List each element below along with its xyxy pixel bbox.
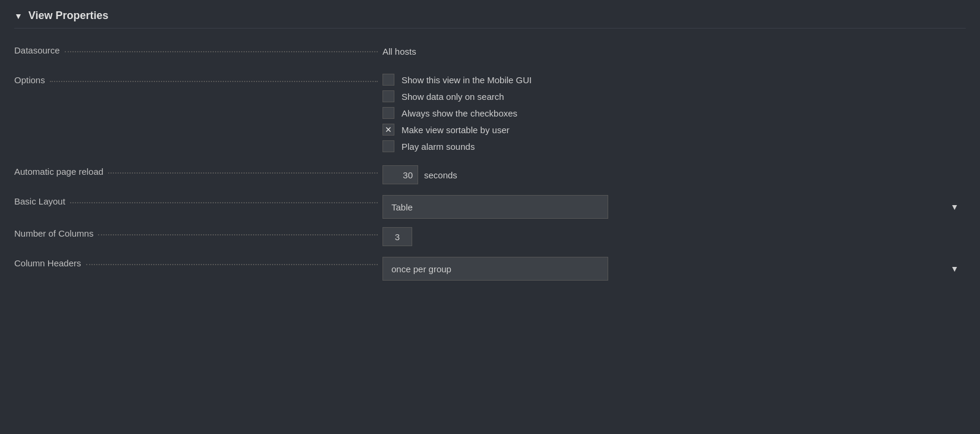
column-headers-label: Column Headers bbox=[14, 258, 81, 268]
num-columns-label-area: Number of Columns bbox=[14, 225, 382, 238]
num-columns-label: Number of Columns bbox=[14, 228, 93, 238]
dotted-separator bbox=[98, 234, 378, 235]
view-properties-panel: ▼ View Properties Datasource All hosts O… bbox=[0, 0, 980, 301]
column-headers-select[interactable]: once per group always never bbox=[382, 257, 608, 281]
options-label: Options bbox=[14, 75, 45, 85]
datasource-label: Datasource bbox=[14, 45, 60, 55]
datasource-label-area: Datasource bbox=[14, 42, 382, 55]
option-sortable-row: ✕ Make view sortable by user bbox=[382, 124, 966, 136]
column-headers-select-wrapper: once per group always never ▼ bbox=[382, 257, 966, 281]
dotted-separator bbox=[108, 172, 378, 174]
option-alarm-sounds-checkbox[interactable] bbox=[382, 140, 394, 152]
option-mobile-gui-row: Show this view in the Mobile GUI bbox=[382, 74, 966, 86]
auto-reload-input[interactable] bbox=[382, 165, 418, 184]
datasource-value: All hosts bbox=[382, 44, 966, 56]
basic-layout-label-area: Basic Layout bbox=[14, 193, 382, 206]
column-headers-label-area: Column Headers bbox=[14, 254, 382, 268]
dotted-separator bbox=[50, 81, 378, 82]
column-headers-content: once per group always never ▼ bbox=[382, 254, 966, 281]
num-columns-content bbox=[382, 225, 966, 246]
auto-reload-content: seconds bbox=[382, 163, 966, 184]
option-always-checkboxes-checkbox[interactable] bbox=[382, 107, 394, 119]
basic-layout-select-wrapper: Table Single Grid ▼ bbox=[382, 195, 966, 219]
panel-title: View Properties bbox=[29, 10, 109, 22]
option-data-on-search-checkbox[interactable] bbox=[382, 90, 394, 102]
basic-layout-select[interactable]: Table Single Grid bbox=[382, 195, 608, 219]
column-headers-dropdown-icon: ▼ bbox=[950, 264, 959, 273]
column-headers-row: Column Headers once per group always nev… bbox=[14, 254, 966, 281]
dotted-separator bbox=[86, 264, 378, 265]
option-alarm-sounds-row: Play alarm sounds bbox=[382, 140, 966, 152]
option-sortable-checkbox[interactable]: ✕ bbox=[382, 124, 394, 136]
option-data-on-search-row: Show data only on search bbox=[382, 90, 966, 102]
basic-layout-label: Basic Layout bbox=[14, 196, 65, 206]
panel-header: ▼ View Properties bbox=[14, 10, 966, 29]
option-alarm-sounds-label: Play alarm sounds bbox=[402, 141, 475, 152]
datasource-content: All hosts bbox=[382, 42, 966, 56]
reload-input-row: seconds bbox=[382, 165, 966, 184]
auto-reload-label: Automatic page reload bbox=[14, 166, 103, 177]
options-row: Options Show this view in the Mobile GUI… bbox=[14, 71, 966, 157]
datasource-row: Datasource All hosts bbox=[14, 42, 966, 65]
options-label-area: Options bbox=[14, 71, 382, 85]
option-always-checkboxes-row: Always show the checkboxes bbox=[382, 107, 966, 119]
basic-layout-row: Basic Layout Table Single Grid ▼ bbox=[14, 193, 966, 219]
basic-layout-content: Table Single Grid ▼ bbox=[382, 193, 966, 219]
seconds-label: seconds bbox=[424, 170, 457, 180]
dotted-separator bbox=[70, 202, 378, 203]
option-mobile-gui-label: Show this view in the Mobile GUI bbox=[402, 75, 532, 85]
collapse-icon[interactable]: ▼ bbox=[14, 11, 23, 21]
option-mobile-gui-checkbox[interactable] bbox=[382, 74, 394, 86]
auto-reload-row: Automatic page reload seconds bbox=[14, 163, 966, 187]
num-columns-input[interactable] bbox=[382, 227, 412, 246]
num-columns-row: Number of Columns bbox=[14, 225, 966, 249]
auto-reload-label-area: Automatic page reload bbox=[14, 163, 382, 177]
option-data-on-search-label: Show data only on search bbox=[402, 92, 504, 102]
option-sortable-label: Make view sortable by user bbox=[402, 125, 510, 135]
basic-layout-dropdown-icon: ▼ bbox=[950, 202, 959, 212]
option-always-checkboxes-label: Always show the checkboxes bbox=[402, 108, 517, 118]
options-content: Show this view in the Mobile GUI Show da… bbox=[382, 71, 966, 157]
dotted-separator bbox=[65, 51, 378, 52]
